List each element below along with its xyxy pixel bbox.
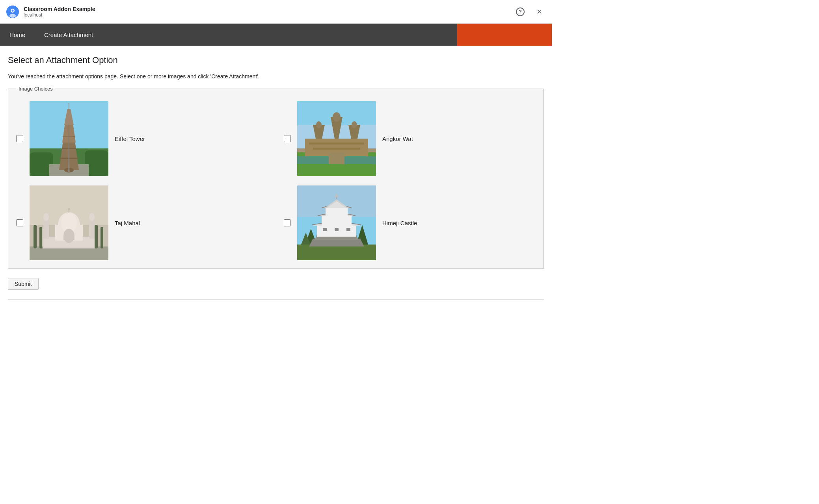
help-icon: ? xyxy=(516,7,525,16)
submit-button[interactable]: Submit xyxy=(8,278,39,290)
help-button[interactable]: ? xyxy=(514,6,527,18)
close-icon: ✕ xyxy=(536,7,542,16)
image-grid: Eiffel Tower xyxy=(16,101,536,260)
svg-point-43 xyxy=(89,213,95,221)
svg-rect-67 xyxy=(323,228,327,231)
image-angkor-wat xyxy=(297,101,376,176)
svg-point-48 xyxy=(68,208,70,210)
page-title: Select an Attachment Option xyxy=(8,55,544,65)
nav-bar: Home Create Attachment xyxy=(0,24,552,46)
image-item-himeji-castle: Himeji Castle xyxy=(284,185,536,260)
nav-accent xyxy=(457,24,552,46)
svg-point-23 xyxy=(333,112,341,122)
title-bar-actions: ? ✕ xyxy=(514,6,545,18)
svg-rect-30 xyxy=(329,152,344,164)
svg-rect-62 xyxy=(326,207,348,216)
svg-rect-68 xyxy=(335,228,339,231)
checkbox-angkor-wat[interactable] xyxy=(284,135,291,142)
svg-rect-38 xyxy=(101,227,103,248)
svg-rect-61 xyxy=(322,215,352,226)
svg-point-2 xyxy=(9,14,16,18)
svg-rect-28 xyxy=(309,143,364,145)
checkbox-himeji-castle[interactable] xyxy=(284,219,291,226)
main-content: Select an Attachment Option You've reach… xyxy=(0,46,552,309)
app-url: localhost xyxy=(24,12,95,18)
svg-point-16 xyxy=(64,168,74,172)
checkbox-taj-mahal[interactable] xyxy=(16,219,23,226)
image-item-eiffel-tower: Eiffel Tower xyxy=(16,101,268,176)
image-eiffel-tower xyxy=(30,101,108,176)
page-description: You've reached the attachment options pa… xyxy=(8,73,544,80)
svg-point-27 xyxy=(352,121,357,128)
image-choices-legend: Image Choices xyxy=(16,86,55,92)
label-angkor-wat[interactable]: Angkor Wat xyxy=(382,135,413,142)
svg-rect-33 xyxy=(30,246,108,260)
image-item-taj-mahal: Taj Mahal xyxy=(16,185,268,260)
title-bar-left: Classroom Addon Example localhost xyxy=(6,6,95,18)
nav-item-home[interactable]: Home xyxy=(0,24,35,46)
label-taj-mahal[interactable]: Taj Mahal xyxy=(115,220,140,226)
title-bar: Classroom Addon Example localhost ? ✕ xyxy=(0,0,552,24)
svg-rect-37 xyxy=(95,225,98,248)
image-choices-fieldset: Image Choices xyxy=(8,86,544,269)
app-logo xyxy=(6,6,19,18)
image-himeji-castle xyxy=(297,185,376,260)
label-eiffel-tower[interactable]: Eiffel Tower xyxy=(115,135,145,142)
nav-item-create-attachment[interactable]: Create Attachment xyxy=(35,24,102,46)
svg-rect-69 xyxy=(346,228,350,231)
svg-point-41 xyxy=(43,213,49,221)
app-info: Classroom Addon Example localhost xyxy=(24,6,95,18)
svg-rect-8 xyxy=(49,164,89,176)
bottom-divider xyxy=(8,299,544,300)
image-item-angkor-wat: Angkor Wat xyxy=(284,101,536,176)
svg-rect-36 xyxy=(39,227,42,248)
checkbox-eiffel-tower[interactable] xyxy=(16,135,23,142)
close-button[interactable]: ✕ xyxy=(533,6,545,18)
svg-rect-50 xyxy=(63,236,74,240)
svg-point-3 xyxy=(12,9,14,11)
svg-rect-29 xyxy=(313,148,360,150)
app-title: Classroom Addon Example xyxy=(24,6,95,12)
svg-rect-53 xyxy=(297,245,376,260)
svg-rect-35 xyxy=(34,225,37,248)
image-taj-mahal xyxy=(30,185,108,260)
label-himeji-castle[interactable]: Himeji Castle xyxy=(382,220,417,226)
svg-point-25 xyxy=(316,121,322,128)
